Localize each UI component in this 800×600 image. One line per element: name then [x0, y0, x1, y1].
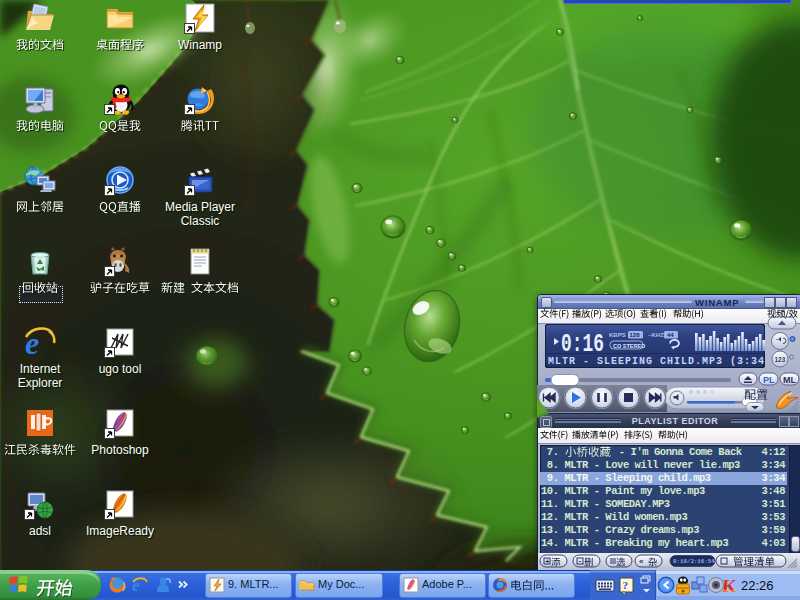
svg-text:0:16: 0:16 — [561, 330, 604, 359]
svg-text:-: - — [579, 556, 582, 565]
svg-text:0:19/3:16:54: 0:19/3:16:54 — [673, 558, 715, 565]
svg-text:+: + — [545, 557, 550, 566]
svg-text:128: 128 — [630, 332, 641, 338]
svg-text:CO STEREO: CO STEREO — [613, 343, 646, 349]
svg-text:44: 44 — [667, 332, 674, 338]
svg-text:ML: ML — [783, 375, 796, 385]
svg-text:123: 123 — [775, 356, 786, 363]
svg-text:MLTR - SLEEPING CHILD.MP3 (3:3: MLTR - SLEEPING CHILD.MP3 (3:34 — [548, 356, 765, 367]
svg-text:«: « — [639, 557, 644, 566]
svg-text:~KHZ: ~KHZ — [648, 332, 664, 338]
svg-text:K: K — [721, 576, 737, 596]
svg-text:?: ? — [623, 579, 629, 591]
svg-text:PL: PL — [763, 375, 775, 385]
svg-text:KBPS: KBPS — [609, 332, 626, 338]
